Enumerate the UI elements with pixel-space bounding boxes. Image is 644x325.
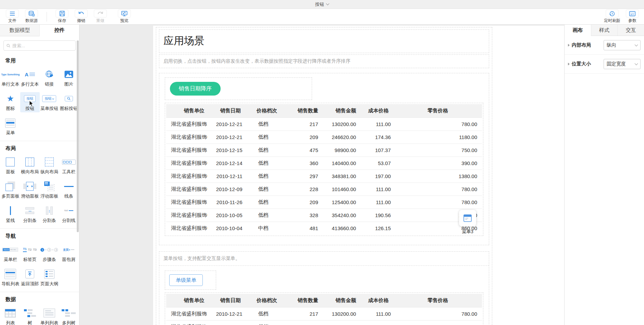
cell-amount: 125400.00	[321, 196, 359, 209]
widget-item-nav-list[interactable]: 导航列表	[1, 267, 20, 288]
menu-button-container[interactable]: 单级菜单	[165, 271, 216, 290]
splitter-vertical-icon: ↕	[46, 205, 53, 216]
widget-item-float-panel[interactable]: 浮动面板	[40, 180, 59, 200]
widget-item-multi-line-text[interactable]: A 多行文本	[20, 68, 40, 88]
page-content-outline: 应用场景 启用切换，点击按钮，按钮内容发生改变，表示数据按照指定字段进行降序或者…	[156, 27, 492, 325]
widget-item-menu[interactable]: 菜单	[1, 116, 20, 137]
collapse-triangle-icon[interactable]	[568, 44, 570, 47]
canvas-page[interactable]: 应用场景 启用切换，点击按钮，按钮内容发生改变，表示数据按照指定字段进行降序或者…	[153, 26, 564, 325]
preview-button[interactable]: 预览	[115, 10, 134, 24]
widget-item-vertical-layout[interactable]: 纵向布局	[40, 155, 59, 176]
svg-text:x=: x=	[630, 12, 634, 15]
menu-widget-card[interactable]	[459, 210, 476, 226]
widget-item-divider-line[interactable]: TXT 分割线	[59, 204, 78, 224]
timed-refresh-button[interactable]: 定时刷新	[601, 10, 623, 24]
properties-panel: 画布 样式 交互 内部布局 纵向 位置大小 固定宽度	[564, 25, 644, 325]
widget-item-toolbar[interactable]: 工具栏	[59, 155, 78, 176]
sort-button[interactable]: 销售日期降序	[170, 82, 221, 96]
widget-item-multi-column-tree[interactable]: 多列树	[59, 307, 78, 325]
widget-item-vertical-line[interactable]: 竖线	[1, 204, 20, 224]
vertical-line-icon	[10, 205, 11, 216]
widget-item-link[interactable]: 链接	[40, 68, 59, 88]
floating-menu-widget[interactable]: 菜单3	[457, 210, 478, 235]
widget-item-list[interactable]: 列表	[1, 307, 20, 325]
params-icon: x=	[626, 10, 639, 17]
tab-widgets[interactable]: 控件	[39, 25, 79, 36]
column-header: 销售单位	[166, 104, 207, 118]
file-button[interactable]: 文件	[3, 10, 22, 24]
widget-item-splitter-vertical[interactable]: ↕ 分割条	[40, 204, 59, 224]
section2-description[interactable]: 菜单按钮，支持配置交互显示菜单。	[159, 252, 489, 266]
widget-item-menu-button[interactable]: 按钮 菜单按钮	[40, 92, 59, 112]
table2-container[interactable]: 销售单位销售日期价格档次销售数量销售金额成本价格零售价格 湖北省盛利服饰25店 …	[165, 292, 483, 325]
widget-item-back-to-top[interactable]: 返回顶部	[20, 267, 40, 288]
page-title-block[interactable]: 应用场景	[159, 29, 489, 53]
widget-item-icon[interactable]: ★ 图标	[1, 92, 20, 112]
widget-item-splitter-horizontal[interactable]: ↔ 分割条	[20, 204, 40, 224]
widget-item-single-column-list[interactable]: 单列列表	[40, 307, 59, 325]
widget-item-steps[interactable]: 123 步骤条	[40, 243, 59, 263]
redo-button[interactable]: 重做	[91, 10, 110, 24]
panel-icon	[6, 157, 15, 167]
cell-amount: 101460.00	[321, 183, 359, 196]
table-row: 湖北省盛利服饰0301店 2010-12-21 低档 209 246620.00…	[166, 321, 482, 325]
widget-item-horizontal-layout[interactable]: 横向布局	[20, 155, 40, 176]
widget-item-single-line-text[interactable]: Type Something 单行文本	[1, 68, 20, 88]
widget-item-icon-button[interactable]: 图标按钮	[59, 92, 78, 112]
section1-description[interactable]: 启用切换，点击按钮，按钮内容发生改变，表示数据按照指定字段进行降序或者升序排序	[159, 54, 489, 68]
cell-amount: 98900.00	[321, 144, 359, 157]
back-to-top-icon	[25, 268, 34, 279]
widget-item-breadcrumb[interactable]: 主页> 面包屑	[59, 243, 78, 263]
widget-item-page-outline[interactable]: 页面大纲	[40, 267, 59, 288]
widget-item-button[interactable]: 按钮 按钮	[20, 92, 40, 112]
undo-button[interactable]: 撤销	[72, 10, 91, 24]
widget-item-menubar[interactable]: Home 菜单栏	[1, 243, 20, 263]
position-size-select[interactable]: 固定宽度	[604, 59, 641, 69]
widget-item-multi-page-panel[interactable]: 多页面板	[1, 180, 20, 200]
params-button[interactable]: x= 参数	[623, 10, 641, 24]
tree-icon	[24, 308, 36, 318]
toolbar-widget-icon	[62, 157, 76, 167]
cell-sales-date: 2010-12-21	[207, 131, 245, 144]
chevron-down-icon[interactable]	[326, 2, 330, 5]
cell-retail: 1180.00	[394, 131, 482, 144]
cell-quantity: 209	[280, 131, 321, 144]
search-input[interactable]	[12, 43, 73, 48]
cell-quantity: 209	[280, 321, 321, 325]
cell-sales-date: 2010-12-21	[207, 321, 245, 325]
datasource-button[interactable]: 数据源	[22, 10, 41, 24]
single-level-menu-button[interactable]: 单级菜单	[169, 274, 203, 286]
image-icon	[64, 69, 73, 80]
design-canvas[interactable]: 应用场景 启用切换，点击按钮，按钮内容发生改变，表示数据按照指定字段进行降序或者…	[80, 25, 564, 325]
inner-layout-select[interactable]: 纵向	[604, 40, 641, 50]
widget-item-line[interactable]: 线条	[59, 180, 78, 200]
menubar-icon: Home	[2, 244, 18, 255]
cell-price-tier: 中档	[245, 222, 280, 235]
sort-button-container[interactable]: 销售日期降序	[165, 77, 312, 100]
panel-scrollbar[interactable]	[77, 40, 79, 232]
cell-cost: 126.15	[359, 222, 393, 235]
section-title-layout: 布局	[0, 141, 79, 155]
tab-style[interactable]: 样式	[591, 25, 618, 36]
cell-sales-unit: 湖北省盛利服饰0301店	[166, 321, 207, 325]
table1-container[interactable]: 销售单位销售日期价格档次销售数量销售金额成本价格零售价格 湖北省盛利服饰25店 …	[165, 103, 483, 236]
section2-container[interactable]: 菜单按钮，支持配置交互显示菜单。 单级菜单 销售单位销售日期价格档次销售数量销售…	[159, 251, 489, 325]
toolbar-divider	[47, 12, 47, 22]
widget-item-slide-panel[interactable]: 滑动面板	[20, 180, 40, 200]
section1-container[interactable]: 销售日期降序 销售单位销售日期价格档次销售数量销售金额成本价格零售价格	[159, 73, 489, 245]
widget-search[interactable]	[3, 40, 76, 51]
widget-item-tabs[interactable]: T1T2T3 标签页	[20, 243, 40, 263]
window-title: 按钮	[315, 1, 324, 8]
tab-canvas[interactable]: 画布	[565, 25, 591, 36]
cell-sales-date: 2010-10-04	[207, 222, 245, 235]
save-button[interactable]: 保存	[52, 10, 72, 24]
cell-price-tier: 低档	[245, 170, 280, 183]
widget-item-image[interactable]: 图片	[59, 68, 78, 88]
tab-data-model[interactable]: 数据模型	[0, 25, 39, 36]
collapse-triangle-icon[interactable]	[568, 63, 570, 65]
menu-button-widget-icon: 按钮	[42, 93, 56, 104]
widget-item-panel[interactable]: 面板	[1, 155, 20, 176]
widget-item-tree[interactable]: 树	[20, 307, 40, 325]
cell-price-tier: 低档	[245, 183, 280, 196]
tab-interaction[interactable]: 交互	[617, 25, 644, 36]
